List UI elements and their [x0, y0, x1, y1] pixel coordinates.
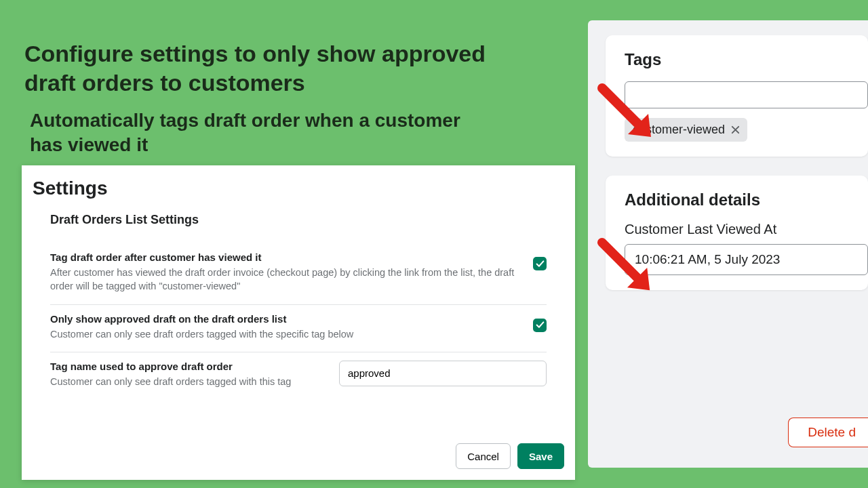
additional-details-card: Additional details Customer Last Viewed …	[606, 176, 868, 290]
settings-title: Settings	[22, 165, 575, 206]
tags-card: Tags customer-viewed	[606, 35, 868, 157]
detail-label: Customer Last Viewed At	[625, 222, 868, 237]
setting-desc: Customer can only see draft orders tagge…	[50, 327, 517, 341]
order-sidebar-preview: Tags customer-viewed Additional details …	[588, 20, 868, 468]
setting-row-only-approved: Only show approved draft on the draft or…	[50, 305, 547, 352]
tag-chip-customer-viewed[interactable]: customer-viewed	[625, 118, 747, 142]
setting-desc: Customer can only see draft orders tagge…	[50, 375, 328, 388]
close-icon[interactable]	[730, 125, 741, 135]
details-card-title: Additional details	[625, 190, 868, 209]
setting-label: Tag draft order after customer has viewe…	[50, 251, 517, 263]
setting-desc: After customer has viewed the draft orde…	[50, 266, 517, 293]
save-button[interactable]: Save	[517, 443, 564, 469]
setting-label: Tag name used to approve draft order	[50, 361, 328, 372]
cancel-button[interactable]: Cancel	[456, 443, 511, 469]
settings-panel: Settings Draft Orders List Settings Tag …	[22, 165, 575, 480]
tag-chip-label: customer-viewed	[633, 123, 725, 137]
checkbox-tag-after-view[interactable]	[533, 257, 547, 270]
page-subhead: Automatically tags draft order when a cu…	[30, 108, 464, 158]
detail-value: 10:06:21 AM, 5 July 2023	[625, 244, 868, 275]
tags-input[interactable]	[625, 81, 868, 108]
tags-card-title: Tags	[625, 50, 868, 69]
setting-row-tag-name: Tag name used to approve draft order Cus…	[50, 352, 547, 388]
section-title: Draft Orders List Settings	[50, 213, 547, 227]
tag-name-input[interactable]	[339, 361, 547, 386]
check-icon	[536, 321, 545, 329]
checkbox-only-approved[interactable]	[533, 319, 547, 332]
page-headline: Configure settings to only show approved…	[24, 39, 540, 97]
delete-button[interactable]: Delete d	[788, 418, 868, 447]
check-icon	[536, 260, 545, 268]
setting-label: Only show approved draft on the draft or…	[50, 313, 517, 325]
setting-row-tag-after-view: Tag draft order after customer has viewe…	[50, 243, 547, 305]
